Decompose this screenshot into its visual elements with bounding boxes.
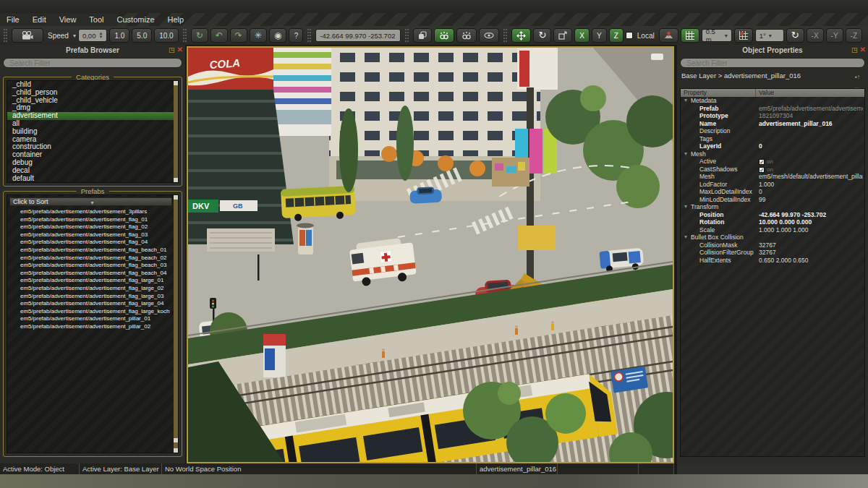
undock-icon[interactable]: ◳ [851,46,858,54]
collapse-icon[interactable]: ▾ [684,97,687,105]
scroll-up-arrow[interactable] [174,195,178,200]
property-group-row[interactable]: ▾Bullet Box Collision [681,234,864,241]
cola-billboard[interactable]: COLA [188,48,273,90]
property-row[interactable]: MinLodDetailIndex99 [681,196,864,204]
property-value[interactable]: advertisement_pillar_016 [759,120,863,128]
scale-tool-button[interactable] [553,28,572,43]
categories-list[interactable]: _child_child_person_child_vehicle_dmgadv… [7,80,179,183]
visibility-button[interactable] [479,28,499,43]
property-row[interactable]: HalfExtents0.650 2.000 0.650 [681,257,864,265]
snap-to-ground-button[interactable] [659,28,678,43]
menu-item-help[interactable]: Help [161,13,191,26]
menu-item-tool[interactable]: Tool [82,13,110,26]
category-item[interactable]: _child_person [7,89,178,97]
property-row[interactable]: Nameadvertisement_pillar_016 [681,120,864,128]
prefabs-list[interactable]: Click to Sort ▾ em5/prefab/advertisement… [7,194,179,453]
scene-viewport[interactable]: COLA [187,46,674,463]
property-row[interactable]: Meshem5/mesh/default/advertisement_pilla… [681,173,864,181]
property-row[interactable]: Tags [681,135,864,143]
category-item[interactable]: advertisement [7,112,178,120]
prefab-item[interactable]: em5/prefab/advertisement/advertisement_f… [7,216,178,224]
angle-snap-select[interactable]: 1°▾ [755,29,784,42]
menu-item-customize[interactable]: Customize [111,13,161,26]
property-value[interactable]: 99 [759,196,863,204]
property-value[interactable]: 0 [759,142,863,150]
property-row[interactable]: Description [681,127,864,135]
move-tool-button[interactable] [511,28,531,43]
axis-button-y[interactable]: Y [592,28,607,43]
checkbox-checked-icon[interactable]: ✓ [759,159,765,165]
grid-size-select[interactable]: 0.5 m▾ [702,29,732,42]
scroll-down-arrow[interactable] [174,448,178,453]
property-group-row[interactable]: ▾Transform [681,203,864,211]
prefab-item[interactable]: em5/prefab/advertisement/advertisement_p… [7,323,178,331]
menu-item-file[interactable]: File [0,13,26,26]
scroll-down-arrow[interactable] [174,178,178,182]
world-coordinates-field[interactable]: -42.664 99.970 -253.702 [315,29,401,42]
category-item[interactable]: container [7,151,178,159]
collapse-icon[interactable]: ▾ [684,203,687,211]
close-icon[interactable]: ✕ [860,46,866,54]
speed-preset-button[interactable]: 1.0 [109,28,129,43]
property-row[interactable]: CastShadows✓on [681,166,864,174]
hierarchy-up-icon[interactable]: ▪↑▪▪ [855,72,864,80]
property-row[interactable]: Scale1.000 1.000 1.000 [681,226,864,234]
toolbar-grip[interactable] [503,29,507,42]
redo-button[interactable]: ↷ [230,28,247,43]
rotation-snap-button[interactable] [734,28,753,43]
property-value[interactable]: 1821097304 [759,112,863,120]
undo-button[interactable]: ↶ [210,28,228,43]
prefab-item[interactable]: em5/prefab/advertisement/advertisement_f… [7,285,178,293]
menu-item-edit[interactable]: Edit [26,13,53,26]
prefab-item[interactable]: em5/prefab/advertisement/advertisement_f… [7,254,178,262]
car-white-top[interactable] [651,53,663,60]
ticket-machine[interactable] [263,334,286,377]
prefab-item[interactable]: em5/prefab/advertisement/advertisement_f… [7,300,178,308]
local-checkbox[interactable] [626,32,633,39]
axis-button-z[interactable]: Z [609,28,624,43]
sort-header[interactable]: Click to Sort ▾ [9,197,172,206]
show-all-instances-button[interactable] [456,28,477,43]
property-value[interactable]: em5/prefab/advertisement/advertiseme... [759,105,863,113]
object-properties-header[interactable]: Object Properties ◳ ✕ [677,45,868,56]
property-value[interactable]: 32767 [759,249,863,257]
neg-axis-button-negx[interactable]: -X [807,28,824,43]
prefab-item[interactable]: em5/prefab/advertisement/advertisement_f… [7,239,178,247]
help-button[interactable]: ? [289,28,303,43]
scroll-up-arrow[interactable] [174,81,178,85]
category-item[interactable]: decal [7,167,178,175]
categories-scrollbar[interactable] [174,81,178,182]
prefab-item[interactable]: em5/prefab/advertisement/advertisement_f… [7,293,178,301]
prefab-item[interactable]: em5/prefab/advertisement/advertisement_f… [7,223,178,231]
property-row[interactable]: MaxLodDetailIndex0 [681,188,864,196]
prefab-search-input[interactable] [3,58,182,68]
prefab-item[interactable]: em5/prefab/advertisement/advertisement_f… [7,277,178,285]
category-item[interactable]: building [7,128,178,136]
duplicate-button[interactable] [413,28,432,43]
light-toggle-button[interactable]: ✳ [250,28,267,43]
record-button[interactable]: ◉ [269,28,286,43]
prefab-item[interactable]: em5/prefab/advertisement/advertisement_f… [7,247,178,254]
speed-preset-button[interactable]: 10.0 [154,28,178,43]
property-group-row[interactable]: ▾Metadata [681,97,864,105]
property-value[interactable]: 1.000 1.000 1.000 [759,226,863,234]
building-striped[interactable] [273,48,331,136]
checkbox-checked-icon[interactable]: ✓ [759,167,765,173]
advertising-column[interactable] [297,223,314,255]
property-value[interactable]: em5/mesh/default/advertisement_pillar_01 [759,173,863,181]
collapse-icon[interactable]: ▾ [684,234,687,241]
property-row[interactable]: LodFactor1.000 [681,181,864,189]
close-icon[interactable]: ✕ [177,46,183,54]
property-row[interactable]: Prefabem5/prefab/advertisement/advertise… [681,105,864,113]
collapse-icon[interactable]: ▾ [684,150,687,158]
prefab-item[interactable]: em5/prefab/advertisement/advertisement_f… [7,231,178,239]
rotate-tool-button[interactable]: ↻ [533,28,551,43]
speed-preset-button[interactable]: 5.0 [132,28,152,43]
property-row[interactable]: LayerId0 [681,142,864,150]
toolbar-grip[interactable] [307,29,311,42]
property-row[interactable]: Prototype1821097304 [681,112,864,120]
prefab-item[interactable]: em5/prefab/advertisement/advertisement_f… [7,270,178,278]
category-item[interactable]: _child_vehicle [7,97,178,105]
property-value[interactable]: 1.000 [759,181,863,189]
property-value[interactable]: 0.650 2.000 0.650 [759,257,863,265]
